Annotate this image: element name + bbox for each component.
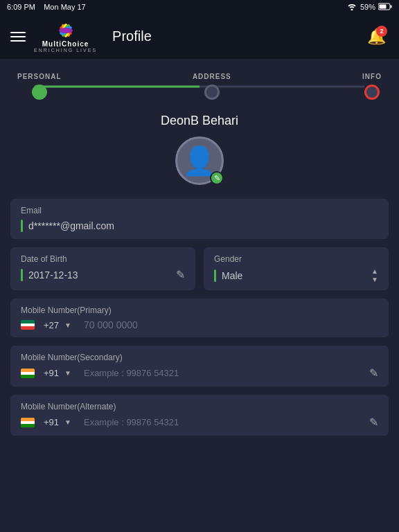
gender-value: Male	[222, 270, 366, 281]
dob-pipe	[21, 269, 23, 281]
alternate-edit-icon[interactable]: ✎	[369, 416, 378, 429]
progress-bar: PERSONAL ADDRESS INFO	[17, 73, 382, 100]
secondary-dropdown-arrow[interactable]: ▼	[64, 369, 71, 377]
dob-label: Date of Birth	[21, 254, 185, 264]
step-circle-info	[364, 85, 380, 100]
secondary-mobile-row: +91 ▼ Example : 99876 54321 ✎	[21, 366, 378, 380]
status-bar: 6:09 PM Mon May 17 59%	[0, 0, 399, 14]
battery-percentage: 59%	[360, 3, 375, 11]
gender-value-row: Male ▲ ▼	[214, 268, 378, 283]
alternate-code: +91	[44, 417, 59, 427]
primary-dropdown-arrow[interactable]: ▼	[64, 321, 71, 329]
alternate-mobile-label: Mobile Number(Alternate)	[21, 402, 378, 411]
status-icons: 59%	[346, 2, 392, 12]
notification-button[interactable]: 🔔 2	[364, 24, 389, 49]
step-circle-address	[204, 85, 220, 100]
dob-edit-icon[interactable]: ✎	[176, 268, 185, 281]
gender-down-arrow[interactable]: ▼	[371, 276, 378, 283]
notification-badge: 2	[376, 26, 387, 37]
content-area: PERSONAL ADDRESS INFO DeonB Behari 👤 ✎	[0, 59, 399, 532]
user-name: DeonB Behari	[161, 114, 238, 128]
primary-number: 70 000 0000	[84, 319, 138, 330]
alternate-mobile-row: +91 ▼ Example : 99876 54321 ✎	[21, 416, 378, 429]
primary-mobile-label: Mobile Number(Primary)	[21, 305, 378, 315]
step-info[interactable]: INFO	[362, 73, 382, 100]
secondary-mobile-card: Mobile Number(Secondary) +91 ▼ Example :…	[10, 346, 389, 387]
za-flag-icon	[21, 320, 35, 330]
avatar-wrapper: 👤 ✎	[175, 136, 224, 185]
in-flag2-icon	[21, 418, 35, 427]
alternate-placeholder: Example : 99876 54321	[84, 417, 364, 427]
secondary-flag	[21, 369, 35, 378]
alternate-flag	[21, 418, 35, 427]
header: MultiChoice ENRICHING LIVES Profile 🔔 2	[0, 14, 399, 59]
dob-value: 2017-12-13	[28, 269, 170, 281]
gender-pipe	[214, 269, 216, 282]
primary-code: +27	[44, 320, 59, 330]
step-circle-personal	[32, 85, 47, 100]
email-label: Email	[21, 206, 378, 215]
status-time: 6:09 PM Mon May 17	[7, 3, 86, 11]
dob-field-card: Date of Birth 2017-12-13 ✎	[10, 247, 195, 290]
secondary-code: +91	[44, 368, 59, 378]
gender-up-arrow[interactable]: ▲	[371, 268, 378, 275]
alternate-mobile-card: Mobile Number(Alternate) +91 ▼ Example :…	[10, 395, 389, 436]
email-value-row: d*******@gmail.com	[21, 220, 378, 232]
svg-point-8	[59, 28, 73, 33]
battery-icon	[378, 3, 392, 12]
logo-petals-icon	[52, 20, 80, 41]
avatar-section: DeonB Behari 👤 ✎	[10, 114, 389, 185]
page-title: Profile	[112, 28, 152, 44]
avatar-edit-button[interactable]: ✎	[210, 171, 224, 185]
primary-mobile-row: +27 ▼ 70 000 0000	[21, 319, 378, 330]
email-value: d*******@gmail.com	[28, 220, 378, 231]
svg-rect-2	[380, 4, 387, 8]
progress-steps: PERSONAL ADDRESS INFO	[10, 73, 389, 100]
dob-gender-row: Date of Birth 2017-12-13 ✎ Gender Male ▲…	[10, 247, 389, 290]
step-address[interactable]: ADDRESS	[193, 73, 231, 100]
email-field-card: Email d*******@gmail.com	[10, 199, 389, 239]
wifi-icon	[346, 2, 357, 12]
edit-icon: ✎	[214, 174, 220, 183]
in-flag-icon	[21, 369, 35, 378]
gender-field-card: Gender Male ▲ ▼	[204, 247, 389, 290]
menu-button[interactable]	[10, 32, 26, 42]
field-pipe	[21, 220, 23, 232]
logo-subtext: ENRICHING LIVES	[34, 48, 97, 53]
secondary-edit-icon[interactable]: ✎	[369, 366, 378, 380]
alternate-dropdown-arrow[interactable]: ▼	[64, 418, 71, 426]
secondary-mobile-label: Mobile Number(Secondary)	[21, 353, 378, 362]
gender-spinner[interactable]: ▲ ▼	[371, 268, 378, 283]
dob-value-row: 2017-12-13 ✎	[21, 268, 185, 281]
primary-flag	[21, 320, 35, 330]
gender-label: Gender	[214, 254, 378, 264]
logo-text: MultiChoice	[42, 41, 89, 48]
logo: MultiChoice ENRICHING LIVES	[34, 20, 97, 53]
svg-rect-1	[391, 5, 392, 8]
primary-mobile-card: Mobile Number(Primary) +27 ▼ 70 000 0000	[10, 299, 389, 337]
step-personal[interactable]: PERSONAL	[17, 73, 62, 100]
secondary-placeholder: Example : 99876 54321	[84, 368, 364, 378]
